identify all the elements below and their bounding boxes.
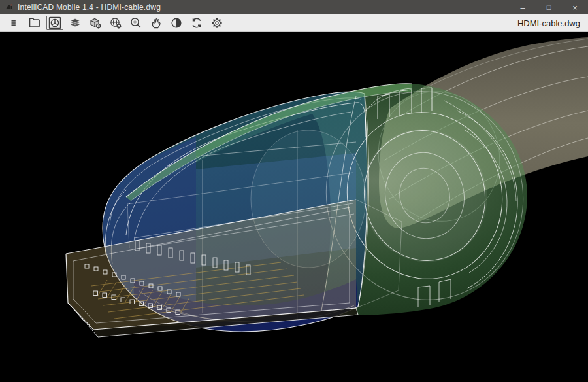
zoom-icon [129, 16, 142, 29]
settings-gear-icon [210, 16, 223, 29]
toolbar: HDMI-cable.dwg [0, 14, 588, 32]
view-sphere-button[interactable] [106, 15, 125, 31]
window-controls: – □ × [510, 0, 588, 14]
maximize-button[interactable]: □ [536, 0, 562, 14]
model-settings-icon [89, 16, 102, 29]
close-button[interactable]: × [562, 0, 588, 14]
visual-style-button[interactable] [46, 15, 64, 31]
open-folder-icon [28, 16, 41, 29]
window-title: IntelliCAD Mobile 1.4 - HDMI-cable.dwg [18, 3, 510, 12]
view-sphere-icon [109, 16, 122, 29]
document-name-label: HDMI-cable.dwg [517, 18, 583, 28]
layers-button[interactable] [66, 15, 84, 31]
pan-button[interactable] [147, 15, 165, 31]
regen-button[interactable] [188, 15, 206, 31]
title-bar: IntelliCAD Mobile 1.4 - HDMI-cable.dwg –… [0, 0, 588, 14]
layers-icon [69, 16, 82, 29]
hdmi-cable-model [0, 32, 588, 382]
pan-hand-icon [150, 16, 163, 29]
menu-icon [8, 17, 20, 29]
app-icon [5, 3, 14, 12]
regen-icon [190, 16, 203, 29]
settings-button[interactable] [208, 15, 226, 31]
visual-style-icon [48, 16, 61, 29]
contrast-icon [170, 16, 183, 29]
contrast-button[interactable] [167, 15, 186, 31]
viewport-3d[interactable] [0, 32, 588, 382]
zoom-button[interactable] [127, 15, 145, 31]
open-file-button[interactable] [25, 15, 44, 31]
model-settings-button[interactable] [86, 15, 105, 31]
menu-button[interactable] [5, 15, 24, 31]
minimize-button[interactable]: – [510, 0, 536, 14]
